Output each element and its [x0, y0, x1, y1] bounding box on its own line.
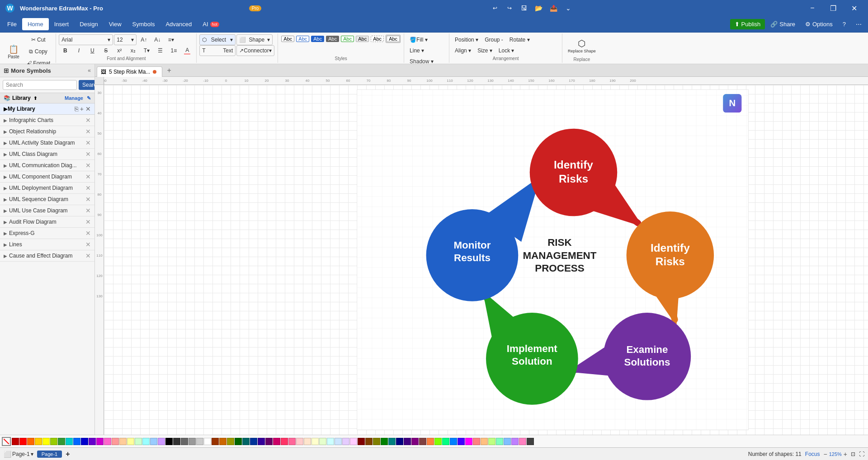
font-family-select[interactable]: Arial ▾ — [59, 34, 113, 45]
shape-btn[interactable]: ⬜ Shape ▾ — [236, 34, 273, 45]
section-uml-activity[interactable]: ▶ UML Activity State Diagram ✕ — [0, 137, 94, 149]
connector-btn[interactable]: ↗ Connector ▾ — [236, 45, 274, 56]
color-swatch[interactable] — [50, 438, 57, 445]
color-swatch[interactable] — [296, 438, 303, 445]
color-swatch[interactable] — [527, 438, 534, 445]
add-tab-btn[interactable]: + — [162, 65, 175, 76]
page-tab-1[interactable]: Page-1 — [37, 451, 62, 458]
close-cause-effect-icon[interactable]: ✕ — [85, 252, 91, 259]
section-express-g[interactable]: ▶ Express-G ✕ — [0, 228, 94, 239]
color-swatch[interactable] — [196, 438, 203, 445]
section-uml-usecase[interactable]: ▶ UML Use Case Diagram ✕ — [0, 205, 94, 216]
open-btn[interactable]: 📂 — [532, 3, 545, 14]
zoom-in-btn[interactable]: + — [844, 451, 847, 458]
section-uml-class[interactable]: ▶ UML Class Diagram ✕ — [0, 149, 94, 160]
color-swatch[interactable] — [219, 438, 226, 445]
section-lines[interactable]: ▶ Lines ✕ — [0, 239, 94, 250]
color-swatch[interactable] — [519, 438, 526, 445]
menu-symbols[interactable]: Symbols — [127, 18, 160, 30]
color-swatch[interactable] — [396, 438, 403, 445]
close-btn[interactable]: ✕ — [844, 0, 864, 16]
color-swatch[interactable] — [311, 438, 319, 445]
color-swatch[interactable] — [112, 438, 119, 445]
tab-main[interactable]: 🖼 5 Step Risk Ma... — [97, 66, 162, 77]
my-library-add-icon[interactable]: + — [80, 105, 84, 113]
color-swatch[interactable] — [281, 438, 288, 445]
color-swatch[interactable] — [173, 438, 180, 445]
my-library-close-icon[interactable]: ✕ — [85, 105, 91, 113]
color-swatch[interactable] — [119, 438, 127, 445]
style-6[interactable]: Abc — [356, 36, 369, 42]
style-8[interactable]: Abc — [386, 35, 401, 43]
color-swatch[interactable] — [204, 438, 211, 445]
color-swatch[interactable] — [250, 438, 257, 445]
select-btn[interactable]: ⬡ Select ▾ — [199, 34, 236, 45]
color-swatch[interactable] — [104, 438, 111, 445]
color-swatch[interactable] — [350, 438, 357, 445]
color-swatch[interactable] — [227, 438, 234, 445]
color-swatch[interactable] — [58, 438, 65, 445]
color-swatch[interactable] — [135, 438, 142, 445]
strikethrough-btn[interactable]: S — [99, 45, 112, 56]
close-uml-deploy-icon[interactable]: ✕ — [85, 184, 91, 192]
close-uml-class-icon[interactable]: ✕ — [85, 150, 91, 158]
edit-library-icon[interactable]: ✎ — [87, 95, 91, 101]
menu-advanced[interactable]: Advanced — [160, 18, 197, 30]
color-swatch[interactable] — [342, 438, 349, 445]
color-swatch[interactable] — [304, 438, 311, 445]
color-swatch[interactable] — [158, 438, 165, 445]
fill-btn[interactable]: 🪣 Fill ▾ — [407, 34, 430, 45]
color-swatch[interactable] — [89, 438, 96, 445]
close-audit-flow-icon[interactable]: ✕ — [85, 218, 91, 225]
color-swatch[interactable] — [181, 438, 188, 445]
style-3[interactable]: Abc — [311, 36, 324, 42]
align-btn[interactable]: ≡▾ — [165, 34, 177, 45]
font-color-btn[interactable]: A — [181, 45, 193, 56]
close-uml-activity-icon[interactable]: ✕ — [85, 139, 91, 146]
color-swatch[interactable] — [150, 438, 157, 445]
style-5[interactable]: Abc — [341, 36, 354, 42]
section-uml-component[interactable]: ▶ UML Component Diagram ✕ — [0, 171, 94, 183]
color-swatch[interactable] — [496, 438, 503, 445]
color-swatch[interactable] — [258, 438, 265, 445]
color-swatch[interactable] — [327, 438, 334, 445]
close-object-rel-icon[interactable]: ✕ — [85, 128, 91, 135]
close-uml-seq-icon[interactable]: ✕ — [85, 196, 91, 203]
no-fill-btn[interactable] — [2, 437, 11, 446]
color-swatch[interactable] — [273, 438, 280, 445]
color-swatch[interactable] — [404, 438, 411, 445]
zoom-out-btn[interactable]: − — [823, 451, 827, 458]
color-swatch[interactable] — [427, 438, 434, 445]
more-btn[interactable]: ⌄ — [562, 3, 575, 14]
color-swatch[interactable] — [335, 438, 342, 445]
close-lines-icon[interactable]: ✕ — [85, 241, 91, 248]
color-swatch[interactable] — [450, 438, 457, 445]
text-style-btn[interactable]: T▾ — [140, 45, 153, 56]
search-button[interactable]: Search — [79, 80, 95, 90]
search-input[interactable] — [3, 80, 77, 90]
section-uml-sequence[interactable]: ▶ UML Sequence Diagram ✕ — [0, 194, 94, 205]
expand-btn[interactable]: ⋯ — [851, 19, 866, 29]
menu-ai[interactable]: AI hot — [197, 18, 225, 30]
color-swatch[interactable] — [12, 438, 19, 445]
color-swatch[interactable] — [242, 438, 250, 445]
section-object-relationship[interactable]: ▶ Object Relationship ✕ — [0, 126, 94, 137]
redo-btn[interactable]: ↪ — [503, 3, 516, 14]
color-swatch[interactable] — [419, 438, 426, 445]
menu-file[interactable]: File — [2, 18, 22, 30]
canvas[interactable]: RISK MANAGEMENT PROCESS — [104, 85, 868, 435]
manage-btn[interactable]: Manage — [65, 95, 83, 101]
color-swatch[interactable] — [189, 438, 196, 445]
color-swatch[interactable] — [142, 438, 150, 445]
color-swatch[interactable] — [373, 438, 380, 445]
color-swatch[interactable] — [212, 438, 219, 445]
sidebar-collapse-btn[interactable]: « — [88, 67, 91, 74]
menu-home[interactable]: Home — [22, 18, 49, 30]
position-btn[interactable]: Position ▾ — [452, 34, 481, 45]
color-swatch[interactable] — [488, 438, 495, 445]
color-swatch[interactable] — [27, 438, 34, 445]
close-uml-usecase-icon[interactable]: ✕ — [85, 207, 91, 214]
color-swatch[interactable] — [411, 438, 419, 445]
bold-btn[interactable]: B — [59, 45, 71, 56]
section-cause-effect[interactable]: ▶ Cause and Effect Diagram ✕ — [0, 250, 94, 262]
